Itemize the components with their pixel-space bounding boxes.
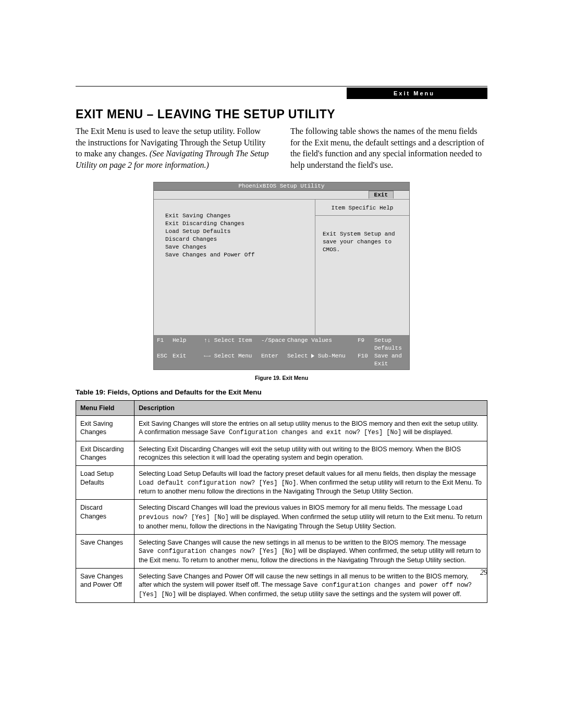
- mono-text: Save configuration changes now? [Yes] [N…: [139, 548, 296, 555]
- bios-help-header: Item Specific Help: [315, 200, 409, 216]
- cell-description: Selecting Exit Discarding Changes will e…: [134, 441, 487, 466]
- table-row: Load Setup DefaultsSelecting Load Setup …: [76, 466, 487, 500]
- desc-text: Selecting Load Setup Defaults will load …: [139, 470, 476, 477]
- intro-left: The Exit Menu is used to leave the setup…: [76, 126, 273, 170]
- bios-key-label: Select Sub-Menu: [287, 352, 358, 368]
- page-title: EXIT MENU – LEAVING THE SETUP UTILITY: [76, 107, 487, 121]
- bios-help-body: Exit System Setup and save your changes …: [315, 216, 409, 259]
- bios-help-panel: Item Specific Help Exit System Setup and…: [315, 200, 409, 335]
- bios-menu-list: Exit Saving Changes Exit Discarding Chan…: [154, 200, 315, 335]
- table-row: Save ChangesSelecting Save Changes will …: [76, 534, 487, 568]
- desc-text: will be displayed.: [401, 428, 452, 436]
- bios-key-label: Change Values: [287, 337, 358, 352]
- bios-menu-item: Save Changes and Power Off: [165, 251, 310, 259]
- bios-key: -/Space: [261, 337, 287, 352]
- cell-description: Selecting Save Changes and Power Off wil…: [134, 568, 487, 602]
- table-row: Exit Discarding ChangesSelecting Exit Di…: [76, 441, 487, 466]
- bios-title: PhoenixBIOS Setup Utility: [154, 182, 409, 191]
- cell-description: Selecting Discard Changes will load the …: [134, 500, 487, 534]
- bios-tabbar: Exit: [154, 191, 409, 200]
- th-menu-field: Menu Field: [76, 400, 134, 415]
- bios-key: ↑↓ Select Item: [204, 337, 261, 352]
- bios-key: F9: [358, 337, 374, 352]
- bios-key: ESC: [157, 352, 173, 368]
- page-number: 29: [480, 569, 487, 577]
- fields-table: Menu Field Description Exit Saving Chang…: [76, 400, 487, 603]
- bios-key: F1: [157, 337, 173, 352]
- bios-screenshot: PhoenixBIOS Setup Utility Exit Exit Savi…: [153, 182, 410, 369]
- bios-menu-item: Exit Saving Changes: [165, 212, 310, 220]
- bios-key: F10: [358, 352, 374, 368]
- cell-menu-field: Exit Saving Changes: [76, 416, 134, 441]
- cell-menu-field: Discard Changes: [76, 500, 134, 534]
- desc-text: will be displayed. When confirmed, the s…: [176, 590, 461, 598]
- cell-menu-field: Load Setup Defaults: [76, 466, 134, 500]
- bios-key-label: Setup Defaults: [374, 337, 406, 352]
- desc-text: Selecting Discard Changes will load the …: [139, 504, 447, 511]
- bios-key-label: Save and Exit: [374, 352, 406, 368]
- bios-tab-exit: Exit: [369, 191, 394, 199]
- table-row: Exit Saving ChangesExit Saving Changes w…: [76, 416, 487, 441]
- intro-right: The following table shows the names of t…: [290, 126, 487, 170]
- bios-menu-item: Exit Discarding Changes: [165, 220, 310, 228]
- cell-menu-field: Save Changes: [76, 534, 134, 568]
- figure-caption: Figure 19. Exit Menu: [76, 375, 487, 381]
- th-description: Description: [134, 400, 487, 415]
- table-title: Table 19: Fields, Options and Defaults f…: [76, 388, 487, 396]
- bios-menu-item: Save Changes: [165, 243, 310, 251]
- cell-menu-field: Exit Discarding Changes: [76, 441, 134, 466]
- table-row: Discard ChangesSelecting Discard Changes…: [76, 500, 487, 534]
- bios-menu-item: Discard Changes: [165, 236, 310, 243]
- intro-columns: The Exit Menu is used to leave the setup…: [76, 126, 487, 170]
- desc-text: Selecting Save Changes will cause the ne…: [139, 539, 466, 546]
- bios-key-label: Help: [173, 337, 204, 352]
- table-row: Save Changes and Power OffSelecting Save…: [76, 568, 487, 602]
- cell-menu-field: Save Changes and Power Off: [76, 568, 134, 602]
- cell-description: Selecting Load Setup Defaults will load …: [134, 466, 487, 500]
- desc-text: Selecting Exit Discarding Changes will e…: [139, 446, 461, 461]
- bios-footer: F1 Help ↑↓ Select Item -/Space Change Va…: [154, 335, 409, 369]
- cell-description: Selecting Save Changes will cause the ne…: [134, 534, 487, 568]
- bios-key: Enter: [261, 352, 287, 368]
- bios-key-label: Exit: [173, 352, 204, 368]
- triangle-right-icon: [311, 354, 314, 358]
- top-rule: [76, 86, 487, 87]
- mono-text: Save Configuration changes and exit now?…: [210, 429, 401, 436]
- bios-menu-item: Load Setup Defaults: [165, 228, 310, 236]
- mono-text: Load default configuration now? [Yes] [N…: [139, 479, 296, 487]
- header-badge: Exit Menu: [347, 88, 487, 99]
- cell-description: Exit Saving Changes will store the entri…: [134, 416, 487, 441]
- bios-body: Exit Saving Changes Exit Discarding Chan…: [154, 200, 409, 335]
- bios-key: ←→ Select Menu: [204, 352, 261, 368]
